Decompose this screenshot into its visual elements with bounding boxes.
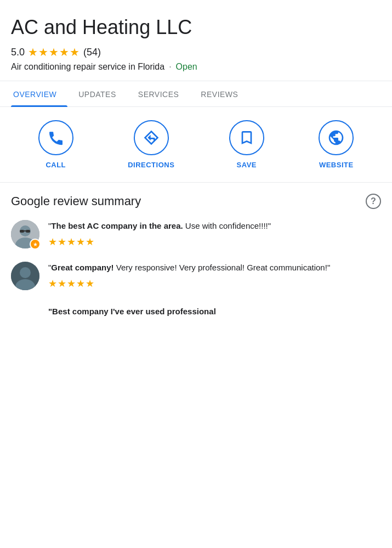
rating-row: 5.0 ★★★★★ (54) (11, 46, 381, 59)
review-text-2: "Great company! Very responsive! Very pr… (48, 262, 381, 274)
badge-star-icon: ★ (33, 241, 38, 247)
svg-rect-3 (20, 230, 24, 233)
help-icon[interactable]: ? (366, 194, 381, 209)
tab-overview[interactable]: OVERVIEW (11, 81, 67, 106)
review-section-header: Google review summary ? (11, 194, 381, 209)
website-circle (319, 120, 354, 155)
save-circle (229, 120, 264, 155)
call-action[interactable]: CALL (38, 120, 73, 169)
business-title: AC and Heating LLC (11, 15, 381, 39)
save-icon (238, 129, 255, 146)
call-icon (47, 129, 65, 146)
directions-icon (143, 129, 160, 146)
review-stars-1: ★★★★★ (48, 236, 381, 248)
review-item-1: ★ "The best AC company in the area. Use … (11, 220, 381, 248)
tab-updates[interactable]: UPDATES (76, 81, 127, 106)
save-action[interactable]: SAVE (229, 120, 264, 169)
website-action[interactable]: WEBSITE (319, 120, 354, 169)
rating-number: 5.0 (11, 47, 25, 58)
review-bold-2: Great company! (51, 263, 113, 272)
review-text-3: "Best company I've ever used professiona… (48, 303, 381, 318)
review-count: (54) (83, 47, 101, 58)
call-label: CALL (46, 161, 66, 169)
review-text-1: "The best AC company in the area. Use wi… (48, 220, 381, 233)
category-text: Air conditioning repair service in Flori… (11, 62, 164, 72)
directions-action[interactable]: DIRECTIONS (128, 120, 174, 169)
actions-section: CALL DIRECTIONS SAVE WEBSITE (0, 107, 392, 183)
directions-label: DIRECTIONS (128, 161, 174, 169)
tab-services[interactable]: SERVICES (136, 81, 190, 106)
save-label: SAVE (237, 161, 257, 169)
website-label: WEBSITE (319, 161, 354, 169)
review-bold-1: The best AC company in the area. (51, 221, 183, 230)
avatar-badge-1: ★ (30, 239, 41, 250)
rating-stars: ★★★★★ (28, 46, 80, 59)
dot-separator: · (169, 62, 171, 72)
review-section: Google review summary ? ★ (0, 183, 392, 318)
call-circle (38, 120, 73, 155)
review-stars-2: ★★★★★ (48, 278, 381, 290)
directions-circle (134, 120, 169, 155)
review-content-2: "Great company! Very responsive! Very pr… (48, 262, 381, 290)
header-section: AC and Heating LLC 5.0 ★★★★★ (54) Air co… (0, 0, 392, 81)
review-content-3: "Best company I've ever used professiona… (11, 303, 381, 318)
svg-point-7 (20, 267, 31, 278)
tabs-section: OVERVIEW UPDATES SERVICES REVIEWS (0, 81, 392, 107)
review-content-1: "The best AC company in the area. Use wi… (48, 220, 381, 248)
reviewer-avatar-1: ★ (11, 220, 39, 248)
review-section-title: Google review summary (11, 194, 141, 208)
open-status: Open (176, 62, 197, 72)
tab-reviews[interactable]: REVIEWS (198, 81, 249, 106)
svg-rect-4 (26, 230, 30, 233)
website-icon (327, 129, 345, 146)
avatar-img-2 (11, 262, 39, 290)
review-item-3: "Best company I've ever used professiona… (11, 303, 381, 318)
category-row: Air conditioning repair service in Flori… (11, 62, 381, 72)
reviewer-avatar-2 (11, 262, 39, 290)
review-item-2: "Great company! Very responsive! Very pr… (11, 262, 381, 290)
svg-rect-5 (24, 230, 26, 231)
